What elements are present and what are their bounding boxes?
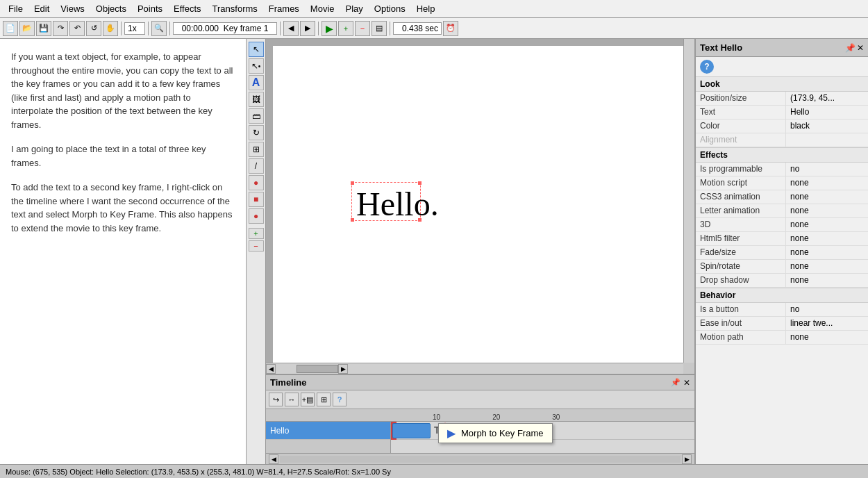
line-tool[interactable]: / (249, 158, 264, 174)
morph-tooltip[interactable]: ▶ Morph to Key Frame (438, 423, 553, 443)
undo-redo-button[interactable]: ↶ (69, 21, 85, 36)
menu-options[interactable]: Options (369, 2, 411, 15)
tl-insert-btn[interactable]: +▤ (301, 393, 315, 406)
prop-value-letter-anim: none (786, 204, 868, 217)
menu-edit[interactable]: Edit (28, 2, 55, 15)
scroll-left-btn[interactable]: ◀ (266, 364, 276, 374)
menu-play[interactable]: Play (340, 2, 369, 15)
menu-help[interactable]: Help (411, 2, 441, 15)
tl-split-btn[interactable]: ⊞ (317, 393, 331, 406)
tl-help-btn[interactable]: ? (333, 393, 347, 406)
circle-tool-2[interactable]: ● (249, 208, 264, 224)
prop-value-ease: linear twe... (786, 317, 868, 330)
circle-tool[interactable]: ● (249, 175, 264, 190)
prop-name-text: Text (696, 106, 786, 119)
new-button[interactable]: 📄 (3, 21, 18, 36)
rect-tool[interactable]: ■ (249, 192, 264, 207)
sel-handle-bl (351, 218, 354, 222)
menu-points[interactable]: Points (132, 2, 168, 15)
remove-frame-button[interactable]: − (355, 21, 370, 36)
canvas-hello-text[interactable]: Hello. (356, 185, 439, 223)
toolbar: 📄 📂 💾 ↷ ↶ ↺ ✋ 🔍 ◀ ▶ ▶ + − ▤ ⏰ (0, 18, 868, 39)
menu-views[interactable]: Views (55, 2, 90, 15)
canvas-scrollbar-horizontal[interactable]: ◀ ▶ (266, 363, 683, 374)
open-button[interactable]: 📂 (19, 21, 35, 36)
next-frame-button[interactable]: ▶ (300, 21, 315, 36)
zoom-out-tool[interactable]: − (249, 240, 264, 252)
prop-is-programmable[interactable]: Is programmable no (696, 163, 868, 176)
prop-alignment[interactable]: Alignment (696, 133, 868, 147)
timeline-bottom-scroll[interactable]: ◀ ▶ (266, 453, 694, 464)
prop-value-html5: none (786, 232, 868, 245)
tl-move-btn[interactable]: ↔ (285, 393, 299, 406)
scrollbar-thumb-h[interactable] (297, 365, 338, 373)
prop-color[interactable]: Color black (696, 120, 868, 133)
menu-file[interactable]: File (3, 2, 28, 15)
prop-fade-size[interactable]: Fade/size none (696, 246, 868, 260)
track-label-hello[interactable]: Hello (266, 422, 390, 440)
left-text-1: If you want a text object, for example, … (11, 50, 235, 131)
image-tool[interactable]: 🖼 (249, 92, 264, 107)
prop-html5-filter[interactable]: Html5 filter none (696, 232, 868, 246)
prop-position-size[interactable]: Position/size (173.9, 45... (696, 92, 868, 106)
tl-scroll-right[interactable]: ▶ (682, 454, 692, 464)
menu-effects[interactable]: Effects (168, 2, 207, 15)
timecode-display[interactable] (173, 22, 277, 35)
separator-1 (121, 22, 122, 35)
panel-close-icon[interactable]: ✕ (857, 43, 864, 53)
prop-name-ease: Ease in/out (696, 317, 786, 330)
menu-transforms[interactable]: Transforms (207, 2, 263, 15)
menu-bar: File Edit Views Objects Points Effects T… (0, 0, 868, 18)
redo-button[interactable]: ↷ (53, 21, 68, 36)
prop-css3-animation[interactable]: CSS3 animation none (696, 190, 868, 204)
frame-settings-button[interactable]: ▤ (372, 21, 387, 36)
tl-add-keyframe[interactable]: ↪ (269, 393, 283, 406)
prop-is-button[interactable]: Is a button no (696, 303, 868, 317)
subselect-tool[interactable]: ↖• (249, 58, 264, 74)
image-tool-2[interactable]: 🗃 (249, 108, 264, 124)
text-tool[interactable]: A (249, 75, 264, 90)
tl-scrollbar-track[interactable] (280, 456, 681, 463)
track-block-hello[interactable] (392, 423, 431, 438)
add-frame-button[interactable]: + (338, 21, 353, 36)
prop-value-motion-script: none (786, 176, 868, 190)
timeline-pin-icon: 📌 (671, 378, 681, 387)
section-look: Look (696, 76, 868, 92)
prop-letter-animation[interactable]: Letter animation none (696, 204, 868, 218)
separator-4 (280, 22, 281, 35)
timeline-panel: Timeline 📌 ✕ ↪ ↔ +▤ ⊞ ? 10 20 30 (266, 374, 694, 464)
zoom-in-tool[interactable]: + (249, 228, 264, 239)
scroll-right-btn[interactable]: ▶ (338, 364, 348, 374)
prop-drop-shadow[interactable]: Drop shadow none (696, 274, 868, 288)
prop-spin-rotate[interactable]: Spin/rotate none (696, 260, 868, 274)
rotate-tool[interactable]: ↻ (249, 125, 264, 140)
grid-tool[interactable]: ⊞ (249, 142, 264, 157)
zoom-in-button[interactable]: 🔍 (151, 21, 167, 36)
duration-display[interactable] (393, 22, 442, 35)
hand-tool[interactable]: ✋ (103, 21, 118, 36)
prop-value-button: no (786, 303, 868, 316)
select-tool[interactable]: ↖ (249, 42, 264, 57)
prop-name-color: Color (696, 120, 786, 133)
tl-scroll-left[interactable]: ◀ (269, 454, 278, 464)
menu-movie[interactable]: Movie (305, 2, 340, 15)
help-button[interactable]: ? (700, 60, 714, 74)
timeline-track-area: Hello T (266, 422, 694, 453)
speed-input[interactable] (124, 22, 145, 35)
prev-frame-button[interactable]: ◀ (283, 21, 299, 36)
play-button[interactable]: ▶ (322, 21, 337, 36)
canvas-scroll-area[interactable]: Hello. ◀ ▶ (266, 39, 694, 374)
timeline-body: 10 20 30 Hello (266, 409, 694, 464)
menu-objects[interactable]: Objects (90, 2, 132, 15)
track-content-col[interactable]: T ▶ Morph to Key Frame (391, 422, 694, 453)
menu-frames[interactable]: Frames (263, 2, 305, 15)
prop-text[interactable]: Text Hello (696, 106, 868, 120)
save-button[interactable]: 💾 (36, 21, 51, 36)
prop-motion-path[interactable]: Motion path none (696, 331, 868, 345)
timeline-close-icon[interactable]: ✕ (683, 378, 690, 388)
prop-ease-inout[interactable]: Ease in/out linear twe... (696, 317, 868, 331)
prop-3d[interactable]: 3D none (696, 218, 868, 232)
prop-motion-script[interactable]: Motion script none (696, 176, 868, 190)
undo-button2[interactable]: ↺ (86, 21, 101, 36)
canvas-scrollbar-vertical[interactable] (683, 39, 694, 363)
